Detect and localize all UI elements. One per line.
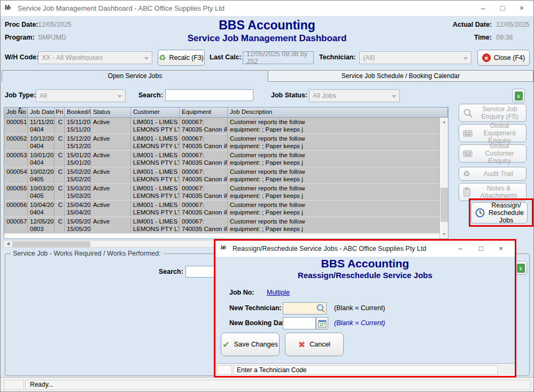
tab-divider (268, 81, 534, 82)
column-header-job-description[interactable]: Job Description (228, 107, 448, 117)
x-icon: ✖ (298, 340, 305, 350)
cell-equipment: 000067:740035 Canon iR-ADV (180, 201, 228, 217)
cell-job-description: Customer reports the followequipment: ; … (228, 134, 439, 150)
cell-status: Active (91, 151, 131, 167)
column-header-booked-due[interactable]: Booked/Due (65, 107, 91, 117)
annotation-highlight-box: bb Reassign/Reschedule Service Jobs - AB… (214, 239, 516, 378)
chevron-down-icon (392, 95, 396, 98)
cell-pri: C (55, 201, 65, 217)
column-header-job-date[interactable]: Job Date (28, 107, 55, 117)
tab-schedule-calendar[interactable]: Service Job Schedule / Booking Calendar (268, 70, 533, 82)
job-type-label: Job Type: (5, 91, 36, 99)
cell-equipment: 000067:740035 Canon iR-ADV (180, 151, 228, 167)
multiple-jobs-link[interactable]: Multiple (267, 289, 290, 296)
close-f4-button[interactable]: ✖ Close (F4) (477, 50, 530, 66)
cell-job-description: Customer reports the followequipment: ; … (228, 201, 439, 217)
lookup-magnifier-icon[interactable] (316, 303, 326, 314)
wh-code-dropdown[interactable]: XX - All Warehouses (38, 51, 152, 64)
minimize-button[interactable]: – (474, 1, 493, 16)
calendar-picker-button[interactable] (316, 317, 328, 329)
technician-dropdown[interactable]: (All) (359, 51, 471, 64)
new-technician-field[interactable] (283, 302, 327, 314)
table-row[interactable]: 000052 10/12/20240404 C 15/12/202415/12/… (4, 134, 439, 151)
search-label: Search: (138, 91, 163, 99)
maximize-button[interactable]: □ (471, 241, 491, 256)
global-equipment-enquiry-button[interactable]: Global Equipment Enquiry (459, 124, 527, 142)
main-window: bb Service Job Management Dashboard - AB… (0, 0, 534, 392)
scroll-left-icon[interactable]: ◀ (4, 241, 12, 247)
cell-job-date: 10/02/20250405 (28, 167, 55, 183)
column-header-equipment[interactable]: Equipment (180, 107, 228, 117)
cell-job-no: 000051 (4, 118, 28, 134)
job-status-dropdown[interactable]: All Jobs (309, 89, 400, 102)
clock-icon (475, 208, 485, 218)
tab-open-service-jobs[interactable]: Open Service Jobs (2, 70, 268, 82)
maximize-button[interactable]: □ (493, 1, 512, 16)
new-technician-label: New Technician: (229, 304, 282, 312)
scrollbar-thumb[interactable] (12, 241, 90, 247)
app-logo-icon: bb (5, 4, 14, 13)
recycle-icon: ♻ (463, 169, 470, 179)
cell-customer: LIM001 - LIMES &LEMONS PTY LTD (131, 217, 180, 233)
search-input[interactable] (165, 89, 253, 101)
cell-status: Active (91, 134, 131, 150)
wh-code-label: W/H Code: (5, 53, 38, 61)
sort-asc-icon: ▲ (18, 107, 22, 110)
scrollbar-thumb[interactable] (440, 188, 448, 222)
recalc-button[interactable]: ♻ Recalc (F3) (158, 50, 205, 66)
clipboard-icon (463, 187, 471, 197)
column-header-pri[interactable]: Pri (55, 107, 65, 117)
save-changes-button[interactable]: ✔ Save Changes (221, 333, 280, 356)
column-header-job-no[interactable]: ▲Job No (4, 107, 28, 117)
cell-pri: C (55, 151, 65, 167)
cell-equipment: 000067:740035 Canon iR-ADV (180, 167, 228, 183)
job-type-dropdown[interactable]: All (36, 89, 126, 102)
close-dialog-button[interactable]: × (491, 241, 510, 256)
cancel-button[interactable]: ✖ Cancel (285, 333, 344, 356)
minimize-button[interactable]: – (451, 241, 470, 256)
table-body: 000051 11/11/20240404 C 15/11/202415/11/… (4, 118, 439, 239)
service-job-enquiry-button[interactable]: Service Job Enquiry (F5) (459, 104, 527, 122)
app-logo-icon: bb (221, 244, 226, 250)
column-header-status[interactable]: Status (91, 107, 131, 117)
table-row[interactable]: 000055 10/03/20250405 C 15/03/202515/03/… (4, 184, 439, 201)
table-row[interactable]: 000054 10/02/20250405 C 15/02/202515/02/… (4, 167, 439, 184)
works-section-legend: Service Job - Works Required / Works Per… (11, 250, 163, 257)
table-row[interactable]: 000057 12/05/20250803 C 15/05/202515/05/… (4, 217, 439, 234)
table-row[interactable]: 000053 10/01/20250404 C 15/01/202515/01/… (4, 151, 439, 167)
excel-export-icon: x (517, 264, 525, 273)
cell-status: Active (91, 201, 131, 217)
cell-booked-due: 15/04/202515/04/2025 (65, 201, 91, 217)
column-header-customer[interactable]: Customer (131, 107, 180, 117)
cell-equipment: 000067:740035 Canon iR-ADV (180, 217, 228, 233)
export-excel-button[interactable]: x (512, 89, 525, 103)
table-row[interactable]: 000056 10/04/20250404 C 15/04/202515/04/… (4, 201, 439, 217)
time-label: Time: (453, 34, 492, 41)
table-row[interactable]: 000051 11/11/20240404 C 15/11/202415/11/… (4, 118, 439, 134)
actual-date-value: 12/05/2025 (496, 21, 530, 28)
cell-job-date: 10/03/20250405 (28, 184, 55, 200)
excel-export-icon: x (515, 91, 523, 101)
new-booking-date-input[interactable] (283, 317, 316, 329)
scroll-up-icon[interactable]: ▲ (440, 118, 448, 126)
reassign-reschedule-jobs-button[interactable]: Reassign/ Reschedule Jobs (471, 202, 528, 224)
cell-status: Active (91, 118, 131, 134)
time-value: 09:38 (496, 34, 530, 41)
audit-trail-button[interactable]: ♻ Audit Trail (459, 167, 527, 181)
table-header-row: ▲Job No Job Date Pri Booked/Due Status C… (4, 107, 448, 118)
cell-job-date: 10/12/20240404 (28, 134, 55, 150)
cell-booked-due: 15/12/202415/12/2024 (65, 134, 91, 150)
close-window-button[interactable]: × (512, 1, 531, 16)
vertical-scrollbar[interactable]: ▲ ▼ (439, 118, 448, 239)
scroll-down-icon[interactable]: ▼ (440, 230, 448, 239)
new-technician-input[interactable] (283, 303, 316, 314)
cell-pri: C (55, 184, 65, 200)
calendar-icon (318, 319, 327, 328)
cell-job-description: Customer reports the followequipment: ; … (228, 118, 439, 134)
notes-attachments-button[interactable]: Notes & Attachments (459, 183, 527, 201)
job-status-label: Job Status: (271, 91, 307, 99)
chevron-down-icon (118, 95, 122, 98)
cell-job-description: Customer reports the followequipment: ; … (228, 151, 439, 167)
global-customer-enquiry-button[interactable]: Global Customer Enquiry (459, 144, 527, 163)
jobs-table: ▲Job No Job Date Pri Booked/Due Status C… (4, 107, 448, 239)
